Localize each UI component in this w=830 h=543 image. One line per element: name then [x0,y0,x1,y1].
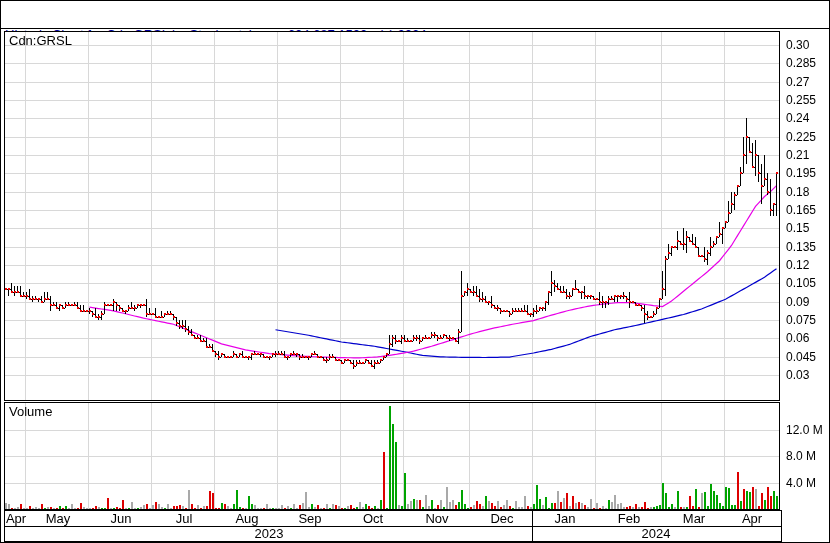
month-label: Apr [4,511,34,526]
price-tick-label: 0.15 [786,221,830,235]
year-boundary-divider [532,527,533,541]
price-tick-label: 0.03 [786,368,830,382]
price-tick-label: 0.075 [786,313,830,327]
year-label: 2023 [247,527,291,541]
price-tick-label: 0.12 [786,258,830,272]
month-label: May [40,511,76,526]
volume-tick-label: 4.0 M [786,476,830,490]
volume-tick-label: 8.0 M [786,449,830,463]
month-label: Dec [484,511,520,526]
month-label: Jun [103,511,139,526]
x-axis-years: 20232024 [4,527,782,542]
x-axis-months: AprMayJunJulAugSepOctNovDecJanFebMarApr [4,510,782,527]
price-tick-label: 0.21 [786,148,830,162]
stock-chart-window: Historic Chart for Cdn:GRSL by Stockwatc… [0,0,830,543]
price-tick-label: 0.165 [786,203,830,217]
month-label: Aug [229,511,265,526]
volume-pane-label: Volume [9,404,52,419]
volume-tick-label: 12.0 M [786,423,830,437]
month-label: Feb [611,511,647,526]
price-volume-plot-canvas [4,31,780,511]
price-tick-label: 0.225 [786,130,830,144]
month-label: Mar [676,511,712,526]
month-label: Jan [547,511,583,526]
price-tick-label: 0.06 [786,331,830,345]
month-label: Sep [292,511,328,526]
month-label: Jul [166,511,202,526]
price-tick-label: 0.09 [786,295,830,309]
month-label: Apr [734,511,770,526]
price-tick-label: 0.18 [786,185,830,199]
year-boundary-divider [532,511,533,526]
price-tick-label: 0.24 [786,111,830,125]
price-tick-label: 0.045 [786,350,830,364]
chart-header: Historic Chart for Cdn:GRSL by Stockwatc… [0,0,830,29]
price-tick-label: 0.135 [786,240,830,254]
month-label: Nov [419,511,455,526]
month-label: Oct [355,511,391,526]
year-label: 2024 [634,527,678,541]
price-tick-label: 0.105 [786,276,830,290]
symbol-label: Cdn:GRSL [9,33,72,48]
price-tick-label: 0.195 [786,166,830,180]
